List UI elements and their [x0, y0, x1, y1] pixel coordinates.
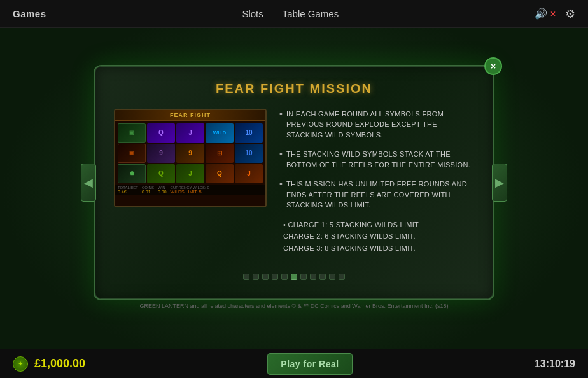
bullet-3: • THIS MISSION HAS UNLIMITED FREE ROUNDS… [279, 179, 474, 211]
total-bet-item: TOTAL BET 0.4€ [118, 186, 138, 194]
bullet-1: • IN EACH GAME ROUND ALL SYMBOLS FROM PR… [279, 109, 474, 141]
slots-nav-link[interactable]: Slots [242, 8, 263, 19]
coins-item: COINS 0.01 [142, 186, 154, 194]
bullet-dot-1: • [279, 109, 283, 119]
balance-amount: £1,000.00 [34, 357, 85, 370]
currency-icon: ✦ [13, 356, 28, 372]
bullet-dot-2: • [279, 149, 283, 159]
currency-wilds-item: CURRENCY WILDS: 0 WILDS LIMIT: 5 [171, 186, 209, 194]
slot-cell: 10 [235, 144, 263, 163]
nav-bar: Games Slots Table Games 🔊 ✕ ⚙ [0, 0, 588, 28]
charge-3: CHARGE 3: 8 STACKING WILDS LIMIT. [283, 243, 420, 254]
time-display: 13:10:19 [535, 358, 575, 370]
win-value: 0.00 [158, 190, 167, 194]
page-dot-8[interactable] [310, 274, 316, 280]
slot-cell: ▣ [118, 123, 146, 143]
charge-2: CHARGE 2: 6 STACKING WILDS LIMIT. [283, 231, 420, 242]
slot-cell: ⬟ [118, 164, 146, 183]
bullet-text-2: THE STACKING WILD SYMBOLS STACK AT THE B… [286, 149, 474, 170]
slot-cell: ▣ [118, 144, 146, 163]
page-dot-11[interactable] [339, 274, 345, 280]
mute-x-icon: ✕ [550, 10, 556, 18]
wilds-limit-value: WILDS LIMIT: 5 [171, 190, 209, 194]
slot-cell: 9 [176, 144, 204, 163]
slot-cell: 9 [147, 144, 175, 163]
page-dot-10[interactable] [329, 274, 335, 280]
coins-value: 0.01 [142, 190, 154, 194]
play-for-real-button[interactable]: Play for Real [267, 353, 352, 375]
modal-prev-button[interactable]: ◀ [81, 164, 96, 202]
mute-button[interactable]: 🔊 ✕ [535, 8, 556, 20]
slot-cell: 10 [235, 123, 263, 143]
speaker-icon: 🔊 [535, 8, 547, 20]
page-dot-1[interactable] [243, 274, 249, 280]
bullet-dot-3: • [279, 179, 283, 189]
slot-cell: ⊞ [206, 144, 234, 163]
modal-title: FEAR FIGHT MISSION [114, 81, 474, 96]
bottom-bar: ✦ £1,000.00 Play for Real 13:10:19 [0, 349, 588, 378]
modal-close-button[interactable]: × [484, 57, 502, 75]
page-dot-9[interactable] [319, 274, 326, 280]
charge-list: • CHARGE 1: 5 STACKING WILDS LIMIT. CHAR… [283, 220, 420, 254]
mission-info: • IN EACH GAME ROUND ALL SYMBOLS FROM PR… [279, 109, 474, 263]
bullet-text-1: IN EACH GAME ROUND ALL SYMBOLS FROM PREV… [286, 109, 474, 141]
leaf-icon: ✦ [18, 360, 23, 367]
slot-cell: J [176, 123, 204, 143]
modal-next-button[interactable]: ▶ [492, 164, 507, 202]
copyright-bar: GREEN LANTERN and all related characters… [140, 300, 449, 312]
slot-cell: J [235, 164, 263, 183]
table-games-nav-link[interactable]: Table Games [283, 8, 339, 19]
page-dot-3[interactable] [262, 274, 269, 280]
charge-1: • CHARGE 1: 5 STACKING WILDS LIMIT. [283, 220, 420, 230]
page-dot-2[interactable] [253, 274, 259, 280]
nav-right: 🔊 ✕ ⚙ [535, 7, 575, 21]
page-dot-6[interactable] [291, 274, 297, 280]
slot-cell: Q [206, 164, 234, 183]
page-dot-4[interactable] [272, 274, 278, 280]
bullet-text-3: THIS MISSION HAS UNLIMITED FREE ROUNDS A… [286, 179, 474, 211]
slot-cell: Q [147, 123, 175, 143]
slot-stats-bar: TOTAL BET 0.4€ COINS 0.01 WIN 0.00 [115, 185, 265, 195]
modal-body: FEAR FIGHT ▣ Q J WILD 10 ▣ [114, 109, 474, 263]
page-dot-7[interactable] [300, 274, 307, 280]
slot-cell: J [176, 164, 204, 183]
game-screenshot: FEAR FIGHT ▣ Q J WILD 10 ▣ [114, 109, 267, 207]
settings-button[interactable]: ⚙ [565, 7, 575, 21]
bullet-4: • CHARGE 1: 5 STACKING WILDS LIMIT. CHAR… [279, 220, 474, 254]
pagination [114, 274, 474, 280]
games-nav-item[interactable]: Games [13, 8, 46, 19]
copyright-text: GREEN LANTERN and all related characters… [140, 303, 449, 309]
screenshot-inner: FEAR FIGHT ▣ Q J WILD 10 ▣ [115, 110, 265, 206]
slot-cell: Q [147, 164, 175, 183]
nav-center: Slots Table Games [242, 8, 339, 19]
chevron-left-icon: ◀ [84, 176, 93, 190]
balance-section: ✦ £1,000.00 [13, 356, 85, 372]
page-dot-5[interactable] [281, 274, 288, 280]
chevron-right-icon: ▶ [495, 176, 504, 190]
total-bet-value: 0.4€ [118, 190, 138, 194]
mission-modal: × ◀ ▶ FEAR FIGHT MISSION FEAR FIGHT [94, 65, 494, 301]
bullet-2: • THE STACKING WILD SYMBOLS STACK AT THE… [279, 149, 474, 170]
win-item: WIN 0.00 [158, 186, 167, 194]
ff-title: FEAR FIGHT [115, 110, 265, 121]
slot-cell: WILD [206, 123, 234, 143]
main-content: × ◀ ▶ FEAR FIGHT MISSION FEAR FIGHT [0, 28, 588, 349]
